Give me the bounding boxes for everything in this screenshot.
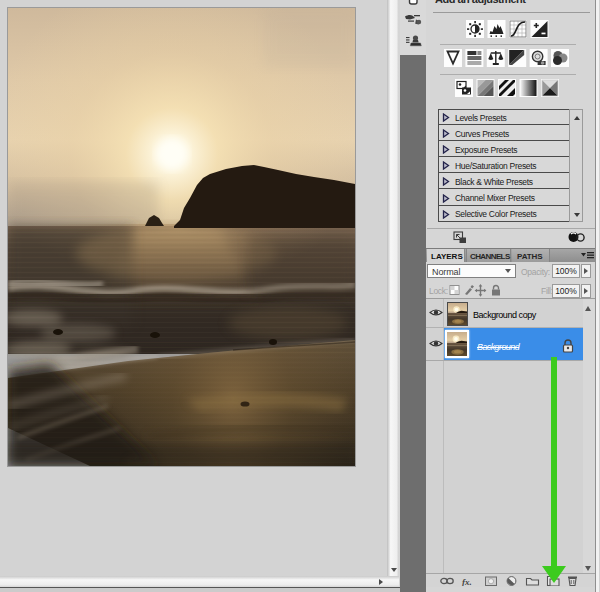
svg-text:fx.: fx. bbox=[462, 577, 472, 587]
